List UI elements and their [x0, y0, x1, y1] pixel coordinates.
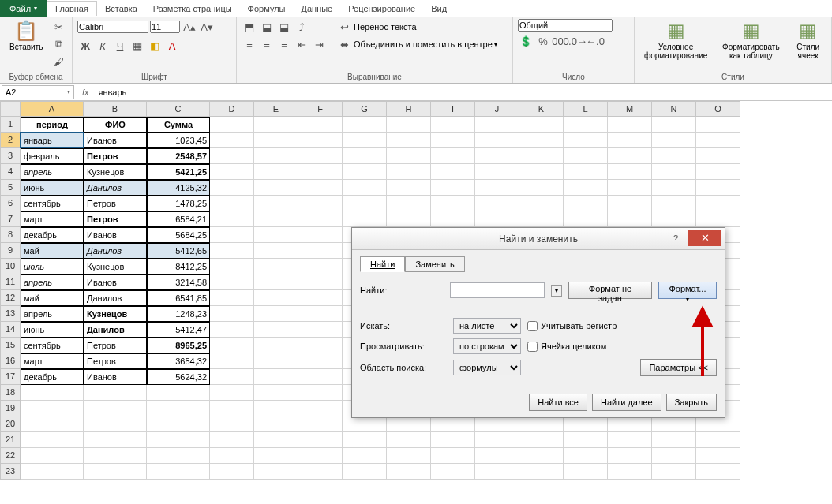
cell[interactable]	[652, 133, 696, 148]
cell[interactable]	[254, 227, 298, 243]
row-header[interactable]: 5	[0, 180, 21, 196]
cell[interactable]	[298, 180, 343, 196]
align-bottom-icon[interactable]: ⬓	[276, 19, 292, 35]
cell[interactable]	[210, 385, 254, 401]
cell[interactable]	[254, 385, 298, 401]
cell[interactable]	[298, 227, 343, 243]
cell[interactable]	[387, 464, 431, 480]
cell[interactable]: 6541,85	[147, 290, 210, 306]
cell[interactable]	[608, 133, 652, 148]
cell[interactable]	[210, 401, 254, 416]
cell[interactable]: Петров	[84, 196, 147, 211]
row-header[interactable]: 3	[0, 148, 21, 164]
conditional-formatting-button[interactable]: ▦ Условное форматирование	[639, 19, 712, 62]
cell[interactable]	[298, 369, 343, 385]
cell[interactable]	[608, 196, 652, 211]
cell[interactable]: Петров	[84, 353, 147, 369]
cell[interactable]	[298, 243, 343, 259]
cell[interactable]	[298, 164, 343, 180]
cell[interactable]	[254, 164, 298, 180]
cell[interactable]	[696, 416, 740, 432]
row-header[interactable]: 16	[0, 353, 21, 369]
cell[interactable]	[210, 274, 254, 290]
borders-icon[interactable]: ▦	[129, 38, 145, 54]
cell[interactable]	[210, 243, 254, 259]
cell[interactable]	[298, 290, 343, 306]
cell[interactable]	[564, 416, 608, 432]
cell[interactable]	[652, 432, 696, 448]
cell[interactable]	[254, 148, 298, 164]
cell[interactable]	[608, 164, 652, 180]
cell[interactable]	[696, 432, 740, 448]
cell[interactable]	[652, 196, 696, 211]
decrease-decimal-icon[interactable]: ←.0	[587, 33, 603, 49]
name-box[interactable]: A2	[2, 85, 74, 99]
cell[interactable]	[254, 259, 298, 274]
cell[interactable]	[387, 416, 431, 432]
cell[interactable]	[254, 338, 298, 353]
cell[interactable]	[147, 464, 210, 480]
cell[interactable]	[475, 448, 519, 464]
cell[interactable]	[343, 148, 387, 164]
cell[interactable]	[519, 416, 564, 432]
cell[interactable]	[564, 133, 608, 148]
cell[interactable]	[254, 448, 298, 464]
cell[interactable]	[343, 196, 387, 211]
cell[interactable]	[387, 211, 431, 227]
indent-decrease-icon[interactable]: ⇤	[294, 36, 309, 52]
cell[interactable]	[147, 448, 210, 464]
column-header[interactable]: B	[84, 101, 147, 117]
italic-button[interactable]: К	[95, 38, 111, 54]
cell[interactable]	[254, 306, 298, 322]
cell[interactable]	[298, 259, 343, 274]
cell[interactable]	[696, 180, 740, 196]
cell[interactable]	[343, 432, 387, 448]
row-header[interactable]: 11	[0, 274, 21, 290]
number-format-select[interactable]	[518, 19, 613, 32]
tab-file[interactable]: Файл	[0, 0, 47, 17]
cell[interactable]	[210, 227, 254, 243]
cell[interactable]	[608, 416, 652, 432]
tab-review[interactable]: Рецензирование	[340, 2, 423, 16]
cell[interactable]	[254, 416, 298, 432]
cell[interactable]	[696, 211, 740, 227]
cell[interactable]	[210, 259, 254, 274]
cell[interactable]	[298, 148, 343, 164]
cell[interactable]: апрель	[21, 274, 84, 290]
cell[interactable]	[210, 353, 254, 369]
fx-icon[interactable]: fx	[76, 88, 96, 97]
row-header[interactable]: 18	[0, 385, 21, 401]
find-all-button[interactable]: Найти все	[529, 394, 587, 411]
cell[interactable]	[84, 401, 147, 416]
cell[interactable]	[696, 117, 740, 133]
cell[interactable]: Кузнецов	[84, 164, 147, 180]
cell[interactable]	[475, 432, 519, 448]
cell[interactable]: апрель	[21, 164, 84, 180]
cell[interactable]	[210, 148, 254, 164]
orientation-icon[interactable]: ⤴	[294, 19, 309, 35]
options-button[interactable]: Параметры <<	[640, 359, 717, 376]
wrap-text-button[interactable]: ↩ Перенос текста	[336, 19, 497, 35]
bold-button[interactable]: Ж	[77, 38, 93, 54]
row-header[interactable]: 17	[0, 369, 21, 385]
cell[interactable]	[84, 464, 147, 480]
cell[interactable]	[298, 338, 343, 353]
match-case-checkbox[interactable]: Учитывать регистр	[527, 321, 617, 331]
cell[interactable]	[564, 164, 608, 180]
cell[interactable]: 5412,47	[147, 322, 210, 338]
row-header[interactable]: 13	[0, 306, 21, 322]
row-header[interactable]: 1	[0, 117, 21, 133]
cell[interactable]	[431, 196, 475, 211]
cell[interactable]	[210, 338, 254, 353]
decrease-font-icon[interactable]: A▾	[199, 19, 215, 35]
column-header[interactable]: M	[608, 101, 652, 117]
cell[interactable]	[298, 353, 343, 369]
cell[interactable]: Иванов	[84, 274, 147, 290]
cell[interactable]	[652, 180, 696, 196]
cell[interactable]	[210, 369, 254, 385]
cell[interactable]	[608, 148, 652, 164]
column-header[interactable]: K	[519, 101, 564, 117]
row-header[interactable]: 7	[0, 211, 21, 227]
cell[interactable]	[343, 448, 387, 464]
font-name-select[interactable]	[77, 21, 148, 33]
